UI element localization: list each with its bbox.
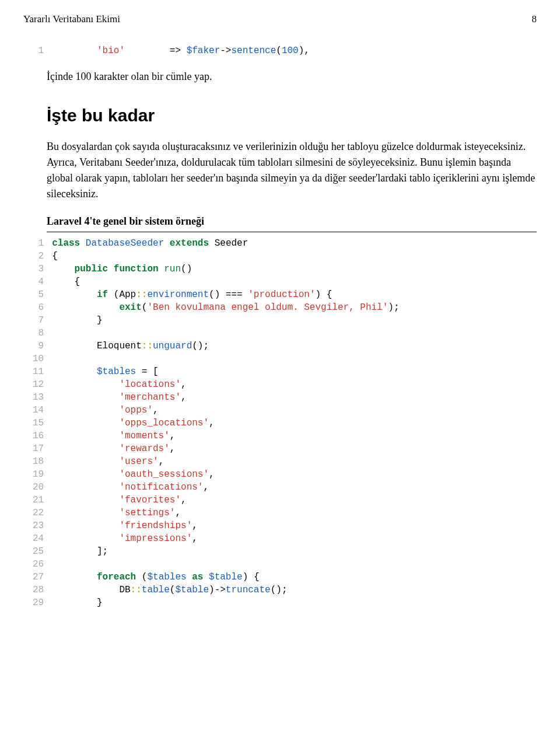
header-title: Yararlı Veritabanı Ekimi <box>23 12 120 27</box>
section-heading: İşte bu kadar <box>47 102 537 128</box>
line-gutter: 1 <box>23 44 44 57</box>
page-header: Yararlı Veritabanı Ekimi 8 <box>23 12 537 27</box>
paragraph-1: İçinde 100 karakter olan bir cümle yap. <box>47 69 537 85</box>
code-content: 'bio' => $faker->sentence(100), <box>52 44 537 57</box>
line-gutter: 1234567891011121314151617181920212223242… <box>23 237 44 609</box>
code-block-1: 1 'bio' => $faker->sentence(100), <box>23 44 537 57</box>
code-content: class DatabaseSeeder extends Seeder{ pub… <box>52 237 537 609</box>
page-number: 8 <box>532 12 537 27</box>
divider <box>47 232 537 232</box>
paragraph-2: Bu dosyalardan çok sayıda oluşturacaksın… <box>47 139 537 202</box>
example-title: Laravel 4'te genel bir sistem örneği <box>47 214 537 229</box>
code-block-2: 1234567891011121314151617181920212223242… <box>23 237 537 609</box>
